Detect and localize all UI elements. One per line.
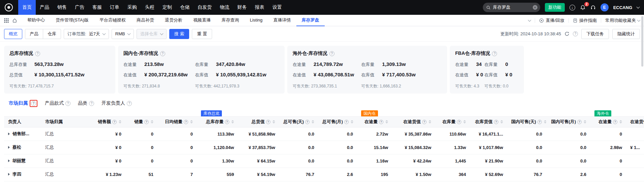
workspace-tab[interactable]: 平台店铺授权 [94, 15, 131, 26]
sort-icons[interactable] [385, 120, 388, 123]
table-row[interactable]: 胡丽慧汇总¥ 0001.30w¥ 64.15w0.00.01.16w¥ 42.2… [4, 154, 644, 168]
help-icon[interactable]: ? [266, 120, 270, 124]
column-header[interactable]: 日均销量? [157, 116, 197, 127]
sort-desc-icon[interactable] [231, 122, 234, 123]
column-header[interactable]: 国内可售(天)? [507, 116, 546, 127]
help-icon[interactable]: ? [305, 120, 310, 124]
nav-item[interactable]: 仓储 [176, 0, 194, 15]
help-icon[interactable]: ? [573, 31, 578, 36]
sort-icons[interactable] [151, 120, 153, 123]
sort-asc-icon[interactable] [500, 120, 503, 121]
nav-item[interactable]: 产品 [36, 0, 53, 15]
workspace-tab[interactable]: 库存罗盘 [296, 15, 325, 26]
column-header[interactable]: 在途量? [590, 116, 626, 127]
nav-item[interactable]: 客服 [88, 0, 106, 15]
sort-icons[interactable] [312, 120, 314, 123]
help-icon[interactable]: ? [422, 120, 427, 124]
sort-asc-icon[interactable] [151, 120, 153, 121]
help-icon[interactable]: ? [494, 120, 498, 124]
sort-asc-icon[interactable] [385, 120, 388, 121]
column-header[interactable]: 销售额? [85, 116, 125, 127]
help-icon[interactable]: ? [577, 120, 582, 124]
help-icon[interactable]: ? [379, 120, 383, 124]
dimension-tab[interactable]: 开发负责人? [101, 100, 132, 106]
sort-icons[interactable] [463, 120, 466, 123]
new-feature-button[interactable]: 新功能 [545, 3, 565, 12]
column-header[interactable]: 总可售(月)? [318, 116, 357, 127]
nav-item[interactable]: 物流 [216, 0, 233, 15]
warehouse-select[interactable]: 选择仓库 [137, 29, 167, 39]
nav-item[interactable]: 财务 [233, 0, 251, 15]
table-row[interactable]: 蔡松汇总¥ 0001,120.04w¥ 37,853.75w0.00.015.1… [4, 141, 644, 154]
sort-desc-icon[interactable] [312, 122, 314, 123]
sort-asc-icon[interactable] [119, 120, 121, 121]
clear-search-icon[interactable]: × [533, 5, 537, 10]
operation-guide-link[interactable]: 操作指南 [573, 17, 597, 24]
view-button[interactable]: 产品 [25, 29, 43, 39]
column-header[interactable]: 总库存量? [197, 116, 238, 127]
search-button[interactable]: 搜 索 [169, 29, 189, 39]
order-range-select[interactable]: 订单范围: 近7天 [64, 29, 109, 39]
help-icon[interactable]: ? [457, 120, 461, 124]
live-replay-link[interactable]: 直播/回放 [539, 17, 564, 24]
currency-select[interactable]: RMB [112, 29, 134, 39]
nav-item[interactable]: 设置 [268, 0, 286, 15]
sort-desc-icon[interactable] [119, 122, 121, 123]
table-row[interactable]: 销售部...汇总¥ 000113.38w¥ 51,858.98w0.00.02.… [4, 127, 644, 141]
help-icon[interactable]: ? [89, 101, 94, 106]
sort-desc-icon[interactable] [619, 122, 622, 123]
column-header[interactable]: 负责人 [4, 116, 41, 127]
sort-icons[interactable] [544, 120, 546, 123]
view-button[interactable]: 概览 [4, 29, 22, 39]
sort-asc-icon[interactable] [231, 120, 234, 121]
sort-desc-icon[interactable] [151, 122, 153, 123]
vertical-scrollbar[interactable] [641, 16, 643, 181]
expand-row-icon[interactable] [8, 133, 10, 135]
column-header[interactable]: 市场归属 [41, 116, 85, 127]
nav-item[interactable]: 订单 [106, 0, 123, 15]
workspace-tab[interactable]: 退货分析 [159, 15, 188, 26]
refresh-icon[interactable] [564, 31, 569, 36]
sort-asc-icon[interactable] [312, 120, 314, 121]
help-icon[interactable]: ? [344, 120, 349, 124]
apps-grid-icon[interactable] [4, 18, 9, 23]
help-icon[interactable]: ? [144, 120, 149, 124]
sort-icons[interactable] [584, 120, 586, 123]
workspace-tab[interactable]: Listing [244, 15, 268, 26]
sort-desc-icon[interactable] [463, 122, 466, 123]
expand-row-icon[interactable] [8, 146, 10, 149]
help-icon[interactable]: ? [65, 101, 70, 106]
workspace-tab[interactable]: 视频直播 [188, 15, 216, 26]
sort-desc-icon[interactable] [272, 122, 275, 123]
nav-item[interactable]: 头程 [141, 0, 158, 15]
expand-row-icon[interactable] [8, 173, 10, 176]
workspace-tab[interactable]: 货件管理(STA)版 [50, 15, 94, 26]
sort-asc-icon[interactable] [584, 120, 586, 121]
help-icon[interactable]: ? [184, 120, 188, 124]
dimension-tab[interactable]: 市场归属? [9, 100, 37, 107]
column-header[interactable]: 国内可售(月)? [546, 116, 590, 127]
nav-item[interactable]: 首页 [18, 0, 36, 15]
nav-item[interactable]: 报表 [251, 0, 268, 15]
column-header[interactable]: 在库量? [435, 116, 470, 127]
sort-icons[interactable] [190, 120, 193, 123]
sort-asc-icon[interactable] [544, 120, 546, 121]
download-tasks-button[interactable]: 下载任务 [581, 29, 609, 39]
sort-asc-icon[interactable] [619, 120, 622, 121]
workspace-tab[interactable]: 库存查询 [216, 15, 244, 26]
hide-stats-button[interactable]: 隐藏统计 [612, 29, 640, 39]
table-row[interactable]: 李四汇总¥ 1.23w517559¥ 54.19w76.72.6195¥ 1.5… [4, 168, 644, 181]
help-icon[interactable]: ? [31, 101, 36, 106]
sort-desc-icon[interactable] [429, 122, 431, 123]
help-icon[interactable]: ? [112, 120, 117, 124]
help-icon[interactable]: ? [225, 120, 229, 124]
sort-icons[interactable] [429, 120, 431, 123]
workspace-tab[interactable]: 直播详情 [268, 15, 296, 26]
column-header[interactable]: 总可售(天)? [279, 116, 318, 127]
sort-icons[interactable] [500, 120, 503, 123]
global-search-input[interactable]: 库存罗盘 × [483, 3, 540, 12]
workspace-tab[interactable]: 帮助中心 [22, 15, 50, 26]
sort-asc-icon[interactable] [351, 120, 353, 121]
expand-row-icon[interactable] [8, 159, 10, 162]
nav-item[interactable]: 销售 [53, 0, 71, 15]
